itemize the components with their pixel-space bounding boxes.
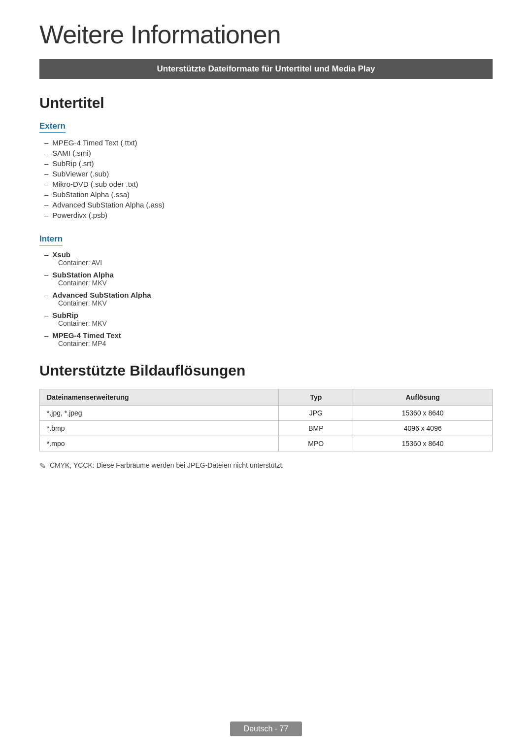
table-cell: 15360 x 8640: [353, 406, 493, 421]
table-cell: BMP: [279, 421, 353, 436]
list-item: SAMI (.smi): [44, 148, 493, 158]
table-header-ext: Dateinamenserweiterung: [40, 389, 279, 406]
table-header-aufl: Auflösung: [353, 389, 493, 406]
table-cell: *.jpg, *.jpeg: [40, 406, 279, 421]
intern-section: Intern Xsub Container: AVI SubStation Al…: [39, 234, 493, 347]
footer: Deutsch - 77: [0, 722, 532, 736]
extern-section: Extern MPEG-4 Timed Text (.ttxt) SAMI (.…: [39, 121, 493, 220]
table-row: *.jpg, *.jpeg JPG 15360 x 8640: [40, 406, 493, 421]
page-title: Weitere Informationen: [39, 20, 493, 49]
bildaufloesungen-section: Unterstützte Bildauflösungen Dateinamens…: [39, 362, 493, 471]
untertitel-section: Untertitel Extern MPEG-4 Timed Text (.tt…: [39, 95, 493, 347]
list-item: SubStation Alpha Container: MKV: [44, 271, 493, 287]
note-text: CMYK, YCCK: Diese Farbräume werden bei J…: [50, 461, 284, 469]
list-item: SubStation Alpha (.ssa): [44, 189, 493, 200]
table-cell: 15360 x 8640: [353, 436, 493, 451]
list-item: SubRip (.srt): [44, 158, 493, 169]
footer-badge: Deutsch - 77: [230, 722, 302, 736]
extern-label: Extern: [39, 121, 66, 133]
list-item: Powerdivx (.psb): [44, 210, 493, 220]
list-item: Advanced SubStation Alpha Container: MKV: [44, 291, 493, 307]
intern-label: Intern: [39, 234, 63, 245]
list-item: MPEG-4 Timed Text (.ttxt): [44, 137, 493, 148]
list-item: Xsub Container: AVI: [44, 250, 493, 267]
list-item: Advanced SubStation Alpha (.ass): [44, 200, 493, 210]
table-header-typ: Typ: [279, 389, 353, 406]
note: ✎ CMYK, YCCK: Diese Farbräume werden bei…: [39, 461, 493, 471]
list-item: SubRip Container: MKV: [44, 311, 493, 327]
note-icon: ✎: [39, 461, 46, 471]
extern-list: MPEG-4 Timed Text (.ttxt) SAMI (.smi) Su…: [39, 137, 493, 220]
untertitel-title: Untertitel: [39, 95, 493, 111]
table-row: *.bmp BMP 4096 x 4096: [40, 421, 493, 436]
table-cell: MPO: [279, 436, 353, 451]
intern-list: Xsub Container: AVI SubStation Alpha Con…: [39, 250, 493, 347]
table-cell: 4096 x 4096: [353, 421, 493, 436]
list-item: Mikro-DVD (.sub oder .txt): [44, 179, 493, 189]
table-cell: *.bmp: [40, 421, 279, 436]
resolution-table: Dateinamenserweiterung Typ Auflösung *.j…: [39, 389, 493, 451]
table-row: *.mpo MPO 15360 x 8640: [40, 436, 493, 451]
bildaufloesungen-title: Unterstützte Bildauflösungen: [39, 362, 493, 379]
table-cell: JPG: [279, 406, 353, 421]
list-item: SubViewer (.sub): [44, 169, 493, 179]
header-banner: Unterstützte Dateiformate für Untertitel…: [39, 59, 493, 79]
list-item: MPEG-4 Timed Text Container: MP4: [44, 331, 493, 347]
table-cell: *.mpo: [40, 436, 279, 451]
